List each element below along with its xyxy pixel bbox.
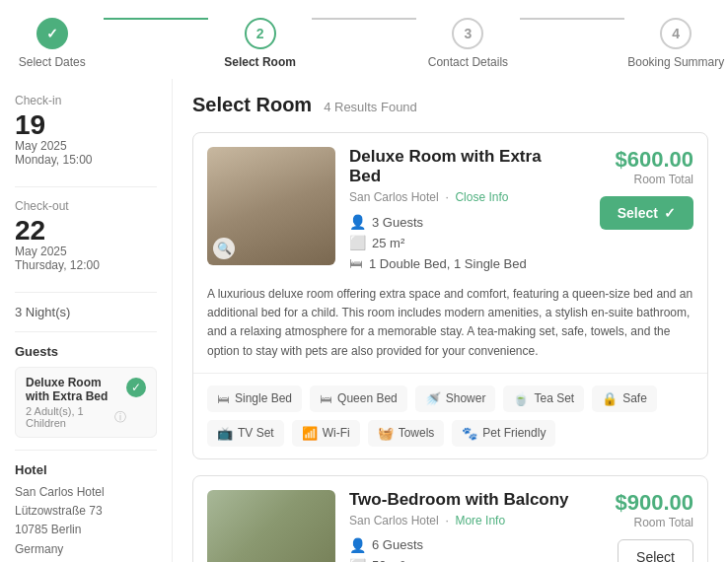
room-price-col-deluxe: $600.00 Room Total Select ✓ bbox=[585, 147, 693, 271]
step-label-2: Select Room bbox=[224, 55, 296, 69]
room-selected-check: ✓ bbox=[126, 378, 146, 397]
step-label-3: Contact Details bbox=[428, 55, 508, 69]
hotel-label: Hotel bbox=[15, 462, 157, 477]
room-price-col-two-bedroom: $900.00 Room Total Select bbox=[585, 490, 693, 562]
wifi-icon: 📶 bbox=[302, 426, 318, 441]
room-image-two-bedroom: 🔍 bbox=[207, 490, 335, 562]
hotel-name: San Carlos Hotel bbox=[15, 483, 157, 502]
safe-icon: 🔒 bbox=[602, 391, 618, 406]
checkout-label: Check-out bbox=[15, 199, 157, 213]
step-circle-3: 3 bbox=[452, 18, 483, 49]
step-select-dates: ✓ Select Dates bbox=[0, 18, 104, 69]
towels-icon: 🧺 bbox=[378, 426, 394, 441]
room-name-deluxe: Deluxe Room with Extra Bed bbox=[349, 147, 571, 186]
room-card-two-bedroom: 🔍 Two-Bedroom with Balcony San Carlos Ho… bbox=[192, 475, 708, 562]
room-name-two-bedroom: Two-Bedroom with Balcony bbox=[349, 490, 571, 510]
amenities-deluxe: 🛏 Single Bed 🛏 Queen Bed 🚿 Shower 🍵 Tea … bbox=[193, 374, 707, 458]
amenity-tv-set: 📺 TV Set bbox=[207, 420, 284, 447]
step-circle-4: 4 bbox=[660, 18, 692, 49]
checkin-day: 19 bbox=[15, 111, 157, 139]
main-layout: Check-in 19 May 2025 Monday, 15:00 Check… bbox=[0, 79, 728, 562]
step-booking-summary: 4 Booking Summary bbox=[624, 18, 728, 69]
amenity-tea-set: 🍵 Tea Set bbox=[503, 386, 584, 412]
meta-guests-2: 👤 6 Guests bbox=[349, 537, 571, 553]
checkin-section: Check-in 19 May 2025 Monday, 15:00 bbox=[15, 94, 157, 167]
room-meta-two-bedroom: 👤 6 Guests ⬜ 50 m² 🛏 2 Double Beds, 1 So… bbox=[349, 537, 571, 562]
info-icon: ⓘ bbox=[114, 409, 126, 426]
step-select-room: 2 Select Room bbox=[208, 18, 312, 69]
selected-room-card: Deluxe Room with Extra Bed 2 Adult(s), 1… bbox=[15, 367, 157, 438]
checkout-day: 22 bbox=[15, 217, 157, 245]
single-bed-icon: 🛏 bbox=[217, 391, 230, 406]
hotel-address2: 10785 Berlin bbox=[15, 521, 157, 539]
room-total-label-deluxe: Room Total bbox=[634, 173, 693, 186]
close-info-link[interactable]: Close Info bbox=[455, 190, 508, 204]
zoom-icon[interactable]: 🔍 bbox=[213, 238, 235, 259]
queen-bed-icon: 🛏 bbox=[320, 391, 332, 406]
bed-icon: 🛏 bbox=[349, 255, 363, 271]
select-button-two-bedroom[interactable]: Select bbox=[618, 539, 693, 562]
hotel-section: Hotel San Carlos Hotel Lützowstraße 73 1… bbox=[15, 462, 157, 559]
checkin-label: Check-in bbox=[15, 94, 157, 107]
content-area: Select Room 4 Results Found 🔍 Deluxe Roo… bbox=[173, 79, 728, 562]
checkout-month: May 2025 bbox=[15, 245, 157, 258]
step-circle-2: 2 bbox=[245, 18, 276, 49]
tv-set-icon: 📺 bbox=[217, 426, 233, 441]
room-price-two-bedroom: $900.00 bbox=[615, 490, 693, 516]
room-meta-deluxe: 👤 3 Guests ⬜ 25 m² 🛏 1 Double Bed, 1 Sin… bbox=[349, 214, 571, 271]
nights-count: 3 Night(s) bbox=[15, 305, 157, 319]
step-contact-details: 3 Contact Details bbox=[416, 18, 520, 69]
check-icon: ✓ bbox=[664, 205, 676, 221]
amenity-towels: 🧺 Towels bbox=[368, 420, 445, 447]
step-label-4: Booking Summary bbox=[627, 55, 724, 69]
room-info-two-bedroom: Two-Bedroom with Balcony San Carlos Hote… bbox=[349, 490, 571, 562]
amenity-wifi: 📶 Wi-Fi bbox=[292, 420, 360, 447]
room-price-deluxe: $600.00 bbox=[615, 147, 693, 173]
room-description-deluxe: A luxurious deluxe room offering extra s… bbox=[193, 285, 707, 374]
hotel-country: Germany bbox=[15, 540, 157, 559]
select-button-deluxe[interactable]: Select ✓ bbox=[600, 196, 693, 230]
hotel-address1: Lützowstraße 73 bbox=[15, 502, 157, 521]
step-circle-1: ✓ bbox=[36, 18, 68, 49]
room-image-deluxe: 🔍 bbox=[207, 147, 335, 265]
shower-icon: 🚿 bbox=[425, 391, 441, 406]
amenity-queen-bed: 🛏 Queen Bed bbox=[310, 386, 407, 412]
meta-guests: 👤 3 Guests bbox=[349, 214, 571, 230]
room-card-top-deluxe: 🔍 Deluxe Room with Extra Bed San Carlos … bbox=[193, 133, 707, 285]
amenity-grid-deluxe: 🛏 Single Bed 🛏 Queen Bed 🚿 Shower 🍵 Tea … bbox=[207, 386, 693, 447]
guests-icon-2: 👤 bbox=[349, 537, 366, 553]
page-title: Select Room bbox=[192, 94, 312, 116]
pet-friendly-icon: 🐾 bbox=[462, 426, 477, 441]
guests-label: Guests bbox=[15, 344, 157, 359]
room-card-top-two-bedroom: 🔍 Two-Bedroom with Balcony San Carlos Ho… bbox=[193, 476, 707, 562]
amenity-safe: 🔒 Safe bbox=[592, 386, 657, 412]
meta-size: ⬜ 25 m² bbox=[349, 235, 571, 250]
guests-icon: 👤 bbox=[349, 214, 366, 230]
amenity-shower: 🚿 Shower bbox=[415, 386, 496, 412]
content-header: Select Room 4 Results Found bbox=[192, 94, 708, 116]
room-info-deluxe: Deluxe Room with Extra Bed San Carlos Ho… bbox=[349, 147, 571, 271]
amenity-single-bed: 🛏 Single Bed bbox=[207, 386, 302, 412]
size-icon: ⬜ bbox=[349, 235, 366, 250]
stepper: ✓ Select Dates 2 Select Room 3 Contact D… bbox=[0, 0, 728, 79]
results-count: 4 Results Found bbox=[324, 100, 417, 114]
selected-room-name: Deluxe Room with Extra Bed bbox=[26, 376, 126, 403]
amenity-pet-friendly: 🐾 Pet Friendly bbox=[452, 420, 555, 447]
more-info-link[interactable]: More Info bbox=[455, 514, 505, 527]
meta-beds: 🛏 1 Double Bed, 1 Single Bed bbox=[349, 255, 571, 271]
step-label-1: Select Dates bbox=[19, 55, 86, 69]
checkin-month: May 2025 bbox=[15, 139, 157, 153]
checkout-section: Check-out 22 May 2025 Thursday, 12:00 bbox=[15, 199, 157, 272]
tea-set-icon: 🍵 bbox=[513, 391, 529, 406]
checkin-weekday: Monday, 15:00 bbox=[15, 153, 157, 167]
room-total-label-two-bedroom: Room Total bbox=[634, 516, 693, 529]
room-hotel-deluxe: San Carlos Hotel · Close Info bbox=[349, 190, 571, 204]
meta-size-2: ⬜ 50 m² bbox=[349, 558, 571, 562]
sidebar: Check-in 19 May 2025 Monday, 15:00 Check… bbox=[0, 79, 173, 562]
checkout-weekday: Thursday, 12:00 bbox=[15, 258, 157, 272]
room-hotel-two-bedroom: San Carlos Hotel · More Info bbox=[349, 514, 571, 527]
size-icon-2: ⬜ bbox=[349, 558, 366, 562]
room-card-deluxe: 🔍 Deluxe Room with Extra Bed San Carlos … bbox=[192, 132, 708, 459]
selected-room-guests: 2 Adult(s), 1 Children ⓘ bbox=[26, 405, 126, 429]
